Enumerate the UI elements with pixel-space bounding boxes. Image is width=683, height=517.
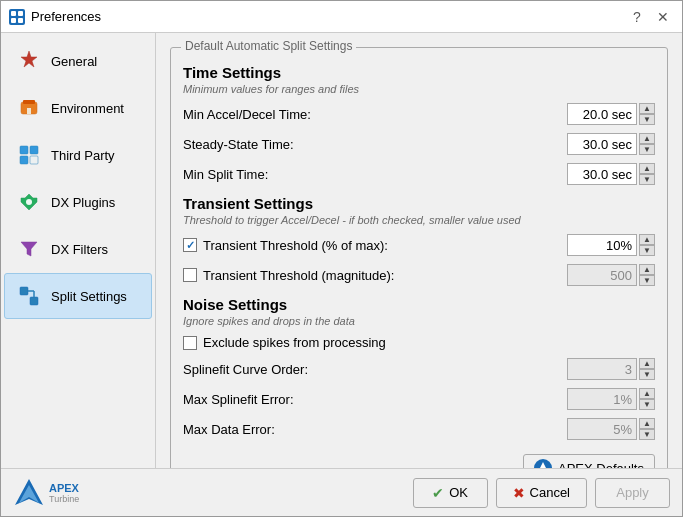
sidebar-item-dx-filters[interactable]: DX Filters (4, 226, 152, 272)
sidebar-item-general[interactable]: General (4, 38, 152, 84)
transient-threshold-pct-spinner: ▲ ▼ (639, 234, 655, 256)
transient-threshold-pct-input[interactable] (567, 234, 637, 256)
transient-threshold-pct-value-wrap: ▲ ▼ (567, 234, 655, 256)
close-button[interactable]: ✕ (652, 6, 674, 28)
dx-filters-icon (15, 235, 43, 263)
max-splinefit-up[interactable]: ▲ (639, 388, 655, 399)
steady-state-up[interactable]: ▲ (639, 133, 655, 144)
min-split-up[interactable]: ▲ (639, 163, 655, 174)
max-splinefit-label: Max Splinefit Error: (183, 392, 294, 407)
transient-threshold-mag-left: Transient Threshold (magnitude): (183, 268, 394, 283)
ok-label: OK (449, 485, 468, 500)
transient-threshold-mag-down[interactable]: ▼ (639, 275, 655, 286)
cancel-icon: ✖ (513, 485, 525, 501)
exclude-spikes-checkbox[interactable] (183, 336, 197, 350)
max-data-error-up[interactable]: ▲ (639, 418, 655, 429)
transient-threshold-pct-checkbox[interactable] (183, 238, 197, 252)
apply-label: Apply (616, 485, 649, 500)
steady-state-down[interactable]: ▼ (639, 144, 655, 155)
svg-rect-6 (27, 108, 31, 114)
splinefit-curve-down[interactable]: ▼ (639, 369, 655, 380)
svg-point-11 (26, 199, 32, 205)
exclude-spikes-label: Exclude spikes from processing (203, 335, 386, 350)
transient-threshold-mag-spinner: ▲ ▼ (639, 264, 655, 286)
fieldset-box: Default Automatic Split Settings Time Se… (170, 47, 668, 468)
apex-defaults-icon (534, 459, 552, 468)
ok-icon: ✔ (432, 485, 444, 501)
min-accel-label: Min Accel/Decel Time: (183, 107, 311, 122)
svg-rect-7 (20, 146, 28, 154)
transient-threshold-pct-up[interactable]: ▲ (639, 234, 655, 245)
sidebar-label-third-party: Third Party (51, 148, 115, 163)
min-split-down[interactable]: ▼ (639, 174, 655, 185)
sidebar-item-dx-plugins[interactable]: DX Plugins (4, 179, 152, 225)
max-data-error-down[interactable]: ▼ (639, 429, 655, 440)
transient-threshold-pct-row: Transient Threshold (% of max): ▲ ▼ (183, 232, 655, 258)
max-splinefit-input[interactable] (567, 388, 637, 410)
app-icon (9, 9, 25, 25)
sidebar-label-general: General (51, 54, 97, 69)
max-data-error-row: Max Data Error: ▲ ▼ (183, 416, 655, 442)
splinefit-curve-input[interactable] (567, 358, 637, 380)
min-accel-up[interactable]: ▲ (639, 103, 655, 114)
noise-settings-subtitle: Ignore spikes and drops in the data (183, 315, 655, 327)
transient-threshold-pct-label: Transient Threshold (% of max): (203, 238, 388, 253)
splinefit-curve-up[interactable]: ▲ (639, 358, 655, 369)
svg-rect-8 (30, 146, 38, 154)
transient-threshold-pct-down[interactable]: ▼ (639, 245, 655, 256)
help-button[interactable]: ? (626, 6, 648, 28)
max-data-error-spinner: ▲ ▼ (639, 418, 655, 440)
time-settings-subtitle: Minimum values for ranges and files (183, 83, 655, 95)
transient-threshold-mag-row: Transient Threshold (magnitude): ▲ ▼ (183, 262, 655, 288)
max-data-error-input[interactable] (567, 418, 637, 440)
min-accel-value-wrap: ▲ ▼ (567, 103, 655, 125)
dialog-footer: APEX Turbine ✔ OK ✖ Cancel Apply (1, 468, 682, 516)
cancel-button[interactable]: ✖ Cancel (496, 478, 587, 508)
svg-rect-3 (18, 18, 23, 23)
transient-threshold-mag-checkbox[interactable] (183, 268, 197, 282)
dialog-title: Preferences (31, 9, 101, 24)
sidebar-label-split-settings: Split Settings (51, 289, 127, 304)
min-split-value-wrap: ▲ ▼ (567, 163, 655, 185)
third-party-icon (15, 141, 43, 169)
noise-settings-title: Noise Settings (183, 296, 655, 313)
sidebar-item-third-party[interactable]: Third Party (4, 132, 152, 178)
svg-rect-10 (30, 156, 38, 164)
splinefit-curve-value-wrap: ▲ ▼ (567, 358, 655, 380)
apex-logo-icon (13, 477, 45, 509)
min-accel-input[interactable] (567, 103, 637, 125)
ok-button[interactable]: ✔ OK (413, 478, 488, 508)
max-splinefit-value-wrap: ▲ ▼ (567, 388, 655, 410)
apply-button[interactable]: Apply (595, 478, 670, 508)
svg-rect-2 (11, 18, 16, 23)
max-splinefit-row: Max Splinefit Error: ▲ ▼ (183, 386, 655, 412)
min-split-input[interactable] (567, 163, 637, 185)
sidebar-item-split-settings[interactable]: Split Settings (4, 273, 152, 319)
general-icon (15, 47, 43, 75)
title-bar-left: Preferences (9, 9, 101, 25)
sidebar-label-dx-plugins: DX Plugins (51, 195, 115, 210)
title-bar-controls: ? ✕ (626, 6, 674, 28)
transient-settings-title: Transient Settings (183, 195, 655, 212)
preferences-dialog: Preferences ? ✕ General (0, 0, 683, 517)
svg-rect-5 (23, 100, 35, 104)
steady-state-input[interactable] (567, 133, 637, 155)
svg-rect-13 (30, 297, 38, 305)
apex-defaults-button[interactable]: APEX Defaults (523, 454, 655, 468)
cancel-label: Cancel (530, 485, 570, 500)
transient-threshold-mag-up[interactable]: ▲ (639, 264, 655, 275)
clearfix: APEX Defaults (183, 446, 655, 468)
transient-threshold-mag-input[interactable] (567, 264, 637, 286)
sidebar-item-environment[interactable]: Environment (4, 85, 152, 131)
splinefit-curve-label: Splinefit Curve Order: (183, 362, 308, 377)
exclude-spikes-left: Exclude spikes from processing (183, 335, 386, 350)
max-splinefit-down[interactable]: ▼ (639, 399, 655, 410)
footer-logo: APEX Turbine (13, 477, 79, 509)
svg-rect-0 (11, 11, 16, 16)
apex-logo-text-wrap: APEX Turbine (49, 482, 79, 504)
time-settings-title: Time Settings (183, 64, 655, 81)
transient-threshold-mag-value-wrap: ▲ ▼ (567, 264, 655, 286)
min-accel-down[interactable]: ▼ (639, 114, 655, 125)
max-data-error-label: Max Data Error: (183, 422, 275, 437)
max-data-error-value-wrap: ▲ ▼ (567, 418, 655, 440)
